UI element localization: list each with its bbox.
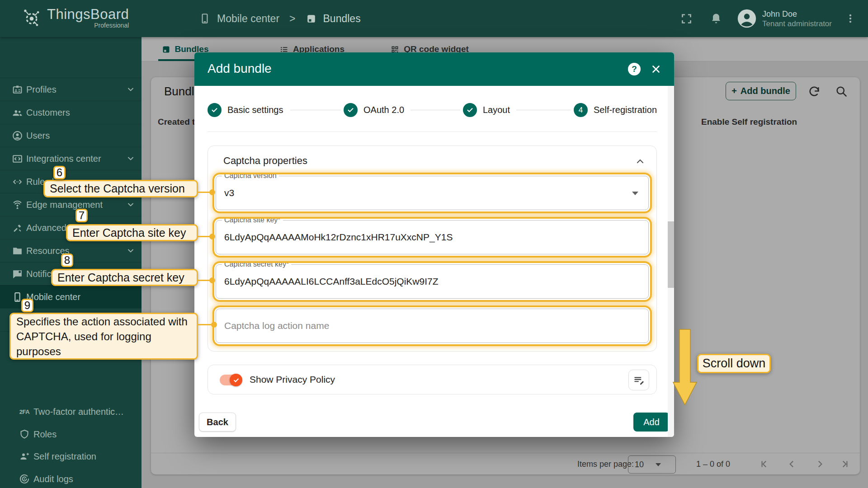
tools-icon — [11, 222, 23, 234]
sidebar-item-users[interactable]: Users — [0, 124, 142, 147]
step-check-icon — [463, 103, 477, 117]
sidebar-item-profiles[interactable]: Profiles — [0, 78, 142, 101]
scroll-down-arrow — [672, 329, 698, 406]
close-icon[interactable] — [650, 63, 662, 75]
app-root: Bundles Applications QR code widget Bund… — [0, 0, 868, 488]
chevron-down-icon — [632, 192, 638, 195]
breadcrumb-separator: > — [289, 13, 295, 25]
annotation-callout-6: Select the Captcha version — [43, 180, 198, 197]
step-check-icon — [208, 103, 222, 117]
captcha-site-key-input[interactable] — [216, 221, 648, 254]
user-role: Tenant administrator — [762, 19, 832, 28]
folder-icon — [11, 245, 23, 257]
step-basic-settings[interactable]: Basic settings — [208, 103, 283, 117]
toggle-thumb-check-icon — [230, 374, 242, 386]
avatar[interactable] — [737, 9, 757, 28]
sidebar-item-two-factor-authentication[interactable]: 2FA Two-factor authentication — [0, 400, 142, 423]
captcha-properties-card: Captcha properties Captcha version v3 Ca… — [208, 145, 657, 352]
step-oauth[interactable]: OAuth 2.0 — [344, 103, 404, 117]
annotation-dot-7 — [209, 234, 215, 239]
sidebar-item-roles[interactable]: Roles — [0, 423, 142, 446]
help-icon[interactable]: ? — [628, 63, 641, 75]
modal-scrollbar-thumb[interactable] — [668, 221, 674, 288]
2fa-icon: 2FA — [19, 406, 30, 418]
section-divider — [208, 131, 657, 132]
step-connector — [410, 110, 460, 110]
scroll-down-callout: Scroll down — [697, 354, 771, 373]
chevron-down-icon — [126, 246, 135, 255]
chevron-down-icon — [126, 200, 135, 209]
annotation-badge-8: 8 — [61, 253, 73, 267]
captcha-log-action-field-wrap — [216, 309, 649, 343]
rule-chain-icon — [11, 176, 23, 188]
step-connector — [290, 110, 341, 110]
annotation-callout-8: Enter Captcha secret key — [51, 269, 198, 286]
back-button[interactable]: Back — [199, 413, 236, 432]
annotation-badge-9: 9 — [21, 299, 33, 312]
edit-note-icon-button[interactable] — [628, 370, 649, 390]
step-number: 4 — [574, 103, 588, 117]
thingsboard-logo[interactable]: ThingsBoard Professional — [20, 5, 129, 31]
captcha-version-select[interactable]: Captcha version v3 — [216, 176, 649, 210]
add-bundle-dialog: Add bundle ? Basic settings OAuth 2.0 La… — [194, 52, 674, 437]
annotation-dot-6 — [209, 189, 215, 195]
dialog-header: Add bundle ? — [194, 52, 674, 86]
captcha-secret-key-input[interactable] — [216, 265, 648, 298]
show-privacy-policy-toggle[interactable] — [220, 374, 242, 386]
header-right: John Doe Tenant administrator — [680, 0, 868, 37]
badge-icon — [11, 84, 23, 95]
thingsboard-logo-icon — [20, 5, 43, 31]
shield-icon — [19, 428, 30, 440]
captcha-site-key-field-wrap: Captcha site key* — [216, 220, 649, 254]
add-button[interactable]: Add — [633, 413, 670, 432]
breadcrumb-parent[interactable]: Mobile center — [217, 13, 279, 25]
annotation-dot-9 — [211, 322, 217, 328]
chevron-up-icon[interactable] — [635, 156, 646, 169]
captcha-secret-key-field-wrap: Captcha secret key* — [216, 264, 649, 299]
person-add-icon — [19, 450, 30, 462]
dialog-title: Add bundle — [208, 61, 272, 76]
top-bar: ThingsBoard Professional Mobile center >… — [0, 0, 868, 37]
user-name: John Doe — [762, 9, 832, 19]
antenna-icon — [11, 199, 23, 211]
annotation-badge-7: 7 — [75, 209, 88, 222]
notifications-bell-icon[interactable] — [710, 12, 722, 25]
captcha-section-title: Captcha properties — [223, 155, 307, 167]
sidebar-item-audit-logs[interactable]: Audit logs — [0, 468, 142, 488]
step-check-icon — [344, 103, 358, 117]
privacy-policy-card: Show Privacy Policy — [208, 365, 657, 394]
annotation-callout-9: Specifies the action associated with CAP… — [9, 313, 198, 360]
integration-icon — [11, 153, 23, 164]
logo-subtitle: Professional — [47, 22, 129, 29]
logo-title: ThingsBoard — [47, 7, 129, 21]
step-connector — [516, 110, 571, 110]
message-icon — [11, 268, 23, 280]
step-self-registration[interactable]: 4 Self-registration — [574, 103, 657, 117]
sidebar-item-integrations-center[interactable]: Integrations center — [0, 147, 142, 170]
annotation-dot-8 — [209, 277, 215, 283]
track-changes-icon — [19, 473, 30, 485]
privacy-policy-label: Show Privacy Policy — [250, 374, 335, 385]
sidebar-item-customers[interactable]: Customers — [0, 101, 142, 124]
smartphone-icon — [199, 13, 211, 24]
captcha-version-value: v3 — [224, 176, 234, 210]
annotation-callout-7: Enter Captcha site key — [66, 224, 198, 241]
breadcrumb: Mobile center > Bundles — [199, 0, 361, 37]
user-icon — [11, 130, 23, 141]
chevron-down-icon — [126, 154, 135, 163]
annotation-badge-6: 6 — [53, 166, 66, 179]
breadcrumb-current[interactable]: Bundles — [323, 13, 361, 25]
kebab-menu-icon[interactable] — [844, 13, 856, 24]
chevron-down-icon — [126, 85, 135, 94]
sidebar-item-self-registration[interactable]: Self registration — [0, 445, 142, 468]
bundle-icon — [306, 13, 317, 24]
step-layout[interactable]: Layout — [463, 103, 510, 117]
fullscreen-icon[interactable] — [680, 13, 693, 25]
people-icon — [11, 107, 23, 118]
captcha-log-action-input[interactable] — [216, 309, 648, 343]
